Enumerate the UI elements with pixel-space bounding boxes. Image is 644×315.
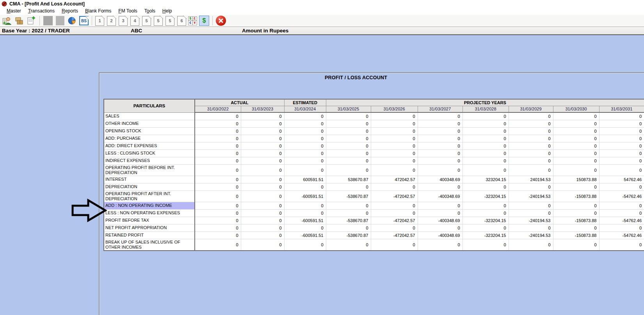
row-label[interactable]: LESS : NON OPERATING EXPENSES — [104, 209, 195, 217]
value-cell[interactable]: 0 — [195, 164, 241, 176]
value-cell[interactable]: 0 — [284, 202, 326, 209]
value-cell[interactable]: 0 — [599, 239, 644, 251]
form-button-2-label-2[interactable]: 2 — [107, 16, 116, 26]
value-cell[interactable]: 0 — [509, 224, 553, 231]
form-button-7-label-5[interactable]: 5 — [165, 16, 174, 26]
value-cell[interactable]: 0 — [599, 183, 644, 190]
row-label-selected[interactable]: ADD : NON OPERATING INCOME — [104, 202, 195, 209]
value-cell[interactable]: 0 — [418, 157, 463, 164]
pie-chart-button[interactable] — [67, 16, 77, 26]
value-cell[interactable]: 0 — [463, 127, 509, 135]
value-cell[interactable]: -150873.88 — [553, 190, 599, 202]
value-cell[interactable]: 0 — [241, 142, 284, 149]
value-cell[interactable]: 0 — [284, 164, 326, 176]
value-cell[interactable]: 0 — [326, 149, 371, 157]
value-cell[interactable]: 0 — [553, 239, 599, 251]
row-label[interactable]: SALES — [104, 112, 195, 120]
form-button-8-label-6[interactable]: 6 — [177, 16, 186, 26]
inventory-button[interactable] — [14, 16, 24, 26]
row-label[interactable]: ADD: PURCHASE — [104, 135, 195, 142]
value-cell[interactable]: 0 — [241, 164, 284, 176]
value-cell[interactable]: 0 — [241, 135, 284, 142]
value-cell[interactable]: 0 — [195, 239, 241, 251]
value-cell[interactable]: 0 — [371, 157, 418, 164]
value-cell[interactable]: 0 — [553, 157, 599, 164]
value-cell[interactable]: 0 — [553, 209, 599, 217]
value-cell[interactable]: 0 — [195, 135, 241, 142]
value-cell[interactable]: 0 — [463, 164, 509, 176]
row-label[interactable]: INDIRECT EXPENSES — [104, 157, 195, 164]
value-cell[interactable]: 0 — [241, 202, 284, 209]
value-cell[interactable]: -472042.57 — [371, 217, 418, 224]
row-label[interactable]: OTHER INCOME — [104, 120, 195, 127]
value-cell[interactable]: 0 — [195, 209, 241, 217]
value-cell[interactable]: -472042.57 — [371, 231, 418, 239]
value-cell[interactable]: 0 — [284, 224, 326, 231]
value-cell[interactable]: -400348.69 — [418, 231, 463, 239]
value-cell[interactable]: 0 — [195, 157, 241, 164]
form-button-4-label-4[interactable]: 4 — [130, 16, 139, 26]
value-cell[interactable]: 0 — [553, 224, 599, 231]
value-cell[interactable]: 0 — [553, 149, 599, 157]
row-label[interactable]: BREAK UP OF SALES INCLUSIVE OF OTHER INC… — [104, 239, 195, 251]
value-cell[interactable]: 0 — [509, 164, 553, 176]
value-cell[interactable]: 0 — [418, 142, 463, 149]
value-cell[interactable]: 0 — [371, 202, 418, 209]
value-cell[interactable]: 0 — [599, 202, 644, 209]
value-cell[interactable]: 0 — [241, 209, 284, 217]
form-button-1-label-1[interactable]: 1 — [95, 16, 104, 26]
value-cell[interactable]: 0 — [241, 120, 284, 127]
value-cell[interactable]: 0 — [553, 142, 599, 149]
row-label[interactable]: ADD: DIRECT EXPENSES — [104, 142, 195, 149]
value-cell[interactable]: 0 — [463, 149, 509, 157]
value-cell[interactable]: 0 — [195, 217, 241, 224]
value-cell[interactable]: -323204.15 — [463, 217, 509, 224]
value-cell[interactable]: -538670.87 — [326, 217, 371, 224]
value-cell[interactable]: 0 — [463, 224, 509, 231]
value-cell[interactable]: 0 — [553, 127, 599, 135]
menu-master[interactable]: Master — [3, 8, 25, 14]
value-cell[interactable]: 0 — [371, 209, 418, 217]
value-cell[interactable]: 0 — [418, 239, 463, 251]
value-cell[interactable]: 0 — [326, 224, 371, 231]
value-cell[interactable]: 0 — [241, 190, 284, 202]
value-cell[interactable]: 0 — [509, 127, 553, 135]
value-cell[interactable]: -538670.87 — [326, 190, 371, 202]
value-cell[interactable]: 0 — [195, 224, 241, 231]
value-cell[interactable]: 0 — [553, 120, 599, 127]
value-cell[interactable]: 0 — [463, 142, 509, 149]
value-cell[interactable]: -150873.88 — [553, 217, 599, 224]
new-form-button[interactable] — [26, 16, 36, 26]
row-label[interactable]: RETAINED PROFIT — [104, 231, 195, 239]
value-cell[interactable]: -240194.53 — [509, 231, 553, 239]
value-cell[interactable]: 0 — [371, 120, 418, 127]
value-cell[interactable]: 0 — [553, 164, 599, 176]
value-cell[interactable]: -400348.69 — [418, 190, 463, 202]
form-button-5-label-5[interactable]: 5 — [142, 16, 151, 26]
value-cell[interactable]: 0 — [241, 149, 284, 157]
value-cell[interactable]: 0 — [195, 190, 241, 202]
value-cell[interactable]: -600591.51 — [284, 190, 326, 202]
value-cell[interactable]: 0 — [599, 127, 644, 135]
value-cell[interactable]: 0 — [326, 120, 371, 127]
value-cell[interactable]: 0 — [418, 149, 463, 157]
value-cell[interactable]: -54762.46 — [599, 190, 644, 202]
value-cell[interactable]: 0 — [371, 127, 418, 135]
value-cell[interactable]: 0 — [195, 112, 241, 120]
value-cell[interactable]: -240194.53 — [509, 190, 553, 202]
value-cell[interactable]: 0 — [284, 183, 326, 190]
value-cell[interactable]: 0 — [326, 135, 371, 142]
menu-blank-forms[interactable]: Blank Forms — [82, 8, 115, 14]
value-cell[interactable]: 150873.88 — [553, 176, 599, 183]
value-cell[interactable]: 0 — [371, 239, 418, 251]
value-cell[interactable]: -323204.15 — [463, 190, 509, 202]
value-cell[interactable]: -240194.53 — [509, 217, 553, 224]
value-cell[interactable]: 0 — [241, 231, 284, 239]
value-cell[interactable]: 0 — [509, 209, 553, 217]
value-cell[interactable]: 0 — [418, 224, 463, 231]
value-cell[interactable]: 0 — [195, 120, 241, 127]
value-cell[interactable]: 0 — [195, 127, 241, 135]
value-cell[interactable]: 600591.51 — [284, 176, 326, 183]
value-cell[interactable]: 0 — [284, 209, 326, 217]
value-cell[interactable]: 0 — [284, 127, 326, 135]
